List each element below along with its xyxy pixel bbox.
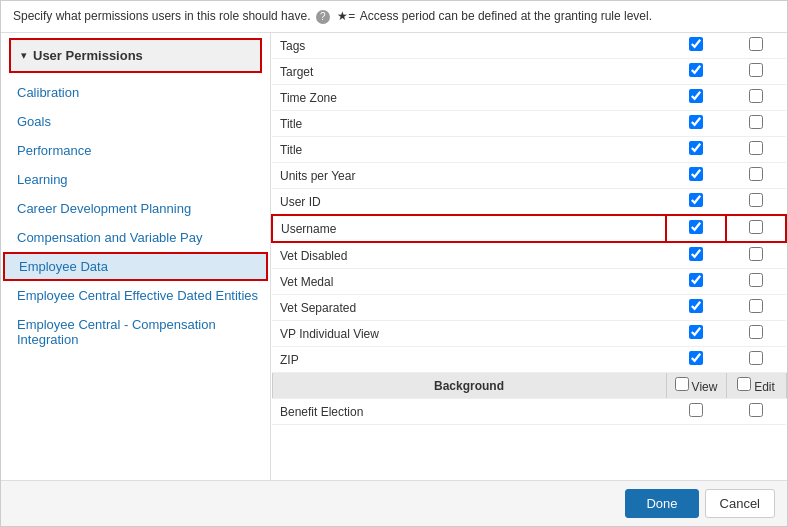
permission-checkbox-1[interactable] [666,321,726,347]
permission-checkbox-1[interactable] [666,215,726,242]
footer: Done Cancel [1,480,787,526]
permission-checkbox-1[interactable] [666,59,726,85]
expand-arrow-icon: ▾ [21,49,27,62]
sidebar-item-performance[interactable]: Performance [1,136,270,165]
permission-label: Username [272,215,666,242]
legend-text: Access period can be defined at the gran… [360,9,652,23]
permission-label: Vet Disabled [272,242,666,269]
permission-checkbox-2[interactable] [726,347,786,373]
sidebar: ▾ User Permissions Calibration Goals Per… [1,33,271,480]
permission-checkbox-2[interactable] [726,111,786,137]
done-button[interactable]: Done [625,489,698,518]
permission-checkbox-2[interactable] [726,269,786,295]
permission-label: Vet Medal [272,269,666,295]
permission-checkbox-1[interactable] [666,347,726,373]
permission-checkbox-2[interactable] [726,215,786,242]
sidebar-item-goals[interactable]: Goals [1,107,270,136]
permission-label: ZIP [272,347,666,373]
permission-label: VP Individual View [272,321,666,347]
permission-checkbox-2[interactable] [726,189,786,216]
permission-label: Title [272,111,666,137]
permissions-table: TagsTargetTime ZoneTitleTitleUnits per Y… [271,33,787,425]
edit-column-header[interactable]: Edit [726,373,786,399]
main-container: Specify what permissions users in this r… [0,0,788,527]
info-icon: ? [316,10,330,24]
permission-checkbox-1[interactable] [666,189,726,216]
description-text: Specify what permissions users in this r… [13,9,310,23]
permission-checkbox-1[interactable] [666,111,726,137]
section-header-label: Background [272,373,666,399]
user-permissions-header[interactable]: ▾ User Permissions [9,38,262,73]
permission-label: Tags [272,33,666,59]
cancel-button[interactable]: Cancel [705,489,775,518]
permission-checkbox-2[interactable] [726,137,786,163]
permission-checkbox-1[interactable] [666,137,726,163]
permission-checkbox-2[interactable] [726,321,786,347]
sidebar-item-career-development[interactable]: Career Development Planning [1,194,270,223]
view-column-header[interactable]: View [666,373,726,399]
permission-checkbox-2[interactable] [726,242,786,269]
sidebar-item-ec-compensation[interactable]: Employee Central - Compensation Integrat… [1,310,270,354]
permission-label: Target [272,59,666,85]
permission-label: Title [272,137,666,163]
permission-checkbox-1[interactable] [666,295,726,321]
sidebar-item-learning[interactable]: Learning [1,165,270,194]
permission-checkbox-1[interactable] [666,269,726,295]
permission-checkbox-2[interactable] [726,59,786,85]
permission-label: Time Zone [272,85,666,111]
permission-checkbox-1[interactable] [666,85,726,111]
permission-checkbox-2[interactable] [726,33,786,59]
permission-label: Units per Year [272,163,666,189]
content-area: ▾ User Permissions Calibration Goals Per… [1,33,787,480]
benefit-label: Benefit Election [272,399,666,425]
permission-checkbox-2[interactable] [726,85,786,111]
permission-checkbox-2[interactable] [726,163,786,189]
permission-checkbox-2[interactable] [726,295,786,321]
right-panel: TagsTargetTime ZoneTitleTitleUnits per Y… [271,33,787,480]
permission-checkbox-1[interactable] [666,163,726,189]
sidebar-item-employee-data[interactable]: Employee Data [3,252,268,281]
top-bar: Specify what permissions users in this r… [1,1,787,33]
benefit-edit-checkbox[interactable] [726,399,786,425]
user-permissions-label: User Permissions [33,48,143,63]
sidebar-item-calibration[interactable]: Calibration [1,78,270,107]
star-symbol: ★= [337,9,355,23]
permission-label: Vet Separated [272,295,666,321]
permission-checkbox-1[interactable] [666,242,726,269]
benefit-view-checkbox[interactable] [666,399,726,425]
sidebar-item-ec-effective-dated[interactable]: Employee Central Effective Dated Entitie… [1,281,270,310]
sidebar-item-compensation[interactable]: Compensation and Variable Pay [1,223,270,252]
permission-label: User ID [272,189,666,216]
permission-checkbox-1[interactable] [666,33,726,59]
